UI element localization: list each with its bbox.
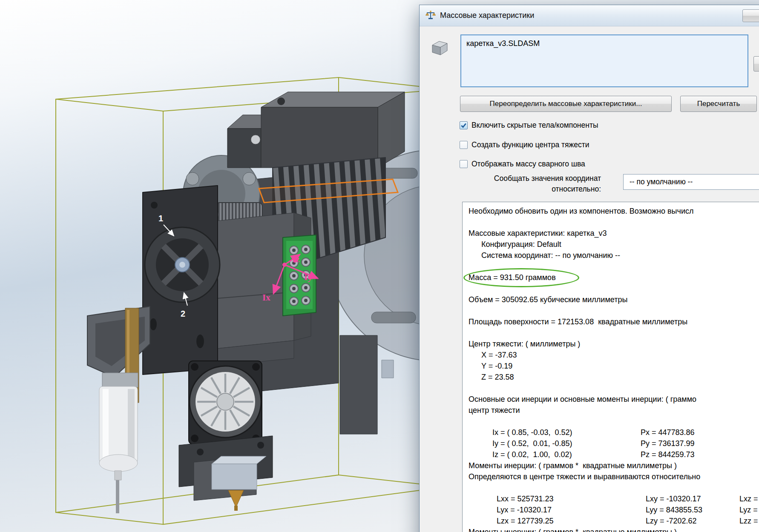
axis-label-iy: Iy <box>304 272 312 282</box>
inertia-lzy: Lzy = -7202.62 <box>646 515 739 526</box>
result-principal-axis-x: Ix = ( 0.85, -0.03, 0.52)Px = 447783.86 <box>469 416 759 427</box>
mass-properties-icon <box>426 10 436 22</box>
report-coords-label-line1: Сообщать значения координат <box>437 173 601 184</box>
spacer <box>469 283 759 294</box>
result-moments-note: Определяются в центре тяжести и выравнив… <box>469 471 759 482</box>
side-panel <box>340 335 377 434</box>
result-moments-header: Моменты инерции: ( граммов * квадратные … <box>469 460 759 471</box>
top-block-hole <box>277 97 285 105</box>
side-clip <box>382 360 394 378</box>
field-side-button-fragment[interactable] <box>753 56 759 72</box>
axis-moment-y: Py = 736137.99 <box>641 439 695 448</box>
axis-moment-z: Pz = 844259.73 <box>641 450 695 459</box>
report-coords-label-line2: относительно: <box>437 184 601 194</box>
recalculate-button[interactable]: Пересчитать <box>680 96 757 112</box>
checkbox-row-weld-mass[interactable]: Отображать массу сварного шва <box>460 159 585 169</box>
result-coordinate-system: Система координат: -- по умолчанию -- <box>469 250 759 261</box>
result-mass: Масса = 931.50 граммов <box>469 272 759 283</box>
result-surface-area: Площадь поверхности = 172153.08 квадратн… <box>469 316 759 327</box>
screenshot-root: { "window": { "title": "Массовые характе… <box>0 0 759 532</box>
spacer <box>469 305 759 316</box>
part-icon <box>430 39 449 57</box>
result-moments-header-2: Моменты инерции: ( граммов * квадратные … <box>469 526 759 532</box>
close-button-fragment[interactable] <box>742 9 759 22</box>
plate-slot-2 <box>150 318 157 330</box>
nozzle <box>228 490 244 507</box>
coordinate-system-dropdown[interactable]: -- по умолчанию -- <box>623 174 759 190</box>
heater-block-top <box>212 456 266 464</box>
spacer <box>469 217 759 228</box>
nozzle-tip <box>234 506 238 511</box>
plate-hub-center <box>179 262 185 268</box>
inertia-lyx: Lyx = -10320.17 <box>497 504 646 515</box>
fan-hub <box>217 393 234 410</box>
bolt-right <box>243 172 256 185</box>
step-block-front <box>227 129 261 168</box>
axis-moment-x: Px = 447783.86 <box>641 428 695 437</box>
heater-block <box>212 464 257 489</box>
top-block-front-face <box>261 107 378 168</box>
checkbox-show-weld-mass[interactable] <box>460 160 468 168</box>
report-coords-label: Сообщать значения координат относительно… <box>437 173 601 194</box>
spacer <box>469 327 759 338</box>
plate-hole <box>151 202 158 209</box>
dialog-titlebar[interactable]: Массовые характеристики <box>420 5 759 26</box>
canister-rod <box>116 480 119 513</box>
callout-2: 2 <box>181 309 185 318</box>
canister-shade <box>128 389 135 460</box>
inertia-lzz: Lzz = 658 <box>739 517 759 525</box>
checkbox-label-include-hidden: Включить скрытые тела/компоненты <box>472 121 598 130</box>
result-principal-axes-header: Основные оси инерции и основные моменты … <box>469 394 759 405</box>
canister-dome <box>99 455 138 472</box>
result-cog-header: Центр тяжести: ( миллиметры ) <box>469 338 759 349</box>
checkbox-create-cog-feature[interactable] <box>460 141 468 149</box>
result-configuration: Конфигурация: Default <box>469 239 759 250</box>
checkbox-label-weld-mass: Отображать массу сварного шва <box>472 160 585 169</box>
checkbox-include-hidden-bodies[interactable] <box>460 121 468 129</box>
result-principal-axes-header-wrap: центр тяжести <box>469 405 759 416</box>
inertia-lxy: Lxy = -10320.17 <box>646 493 739 504</box>
dialog-title: Массовые характеристики <box>440 11 534 20</box>
inertia-lyy: Lyy = 843855.53 <box>646 504 739 515</box>
override-mass-props-button[interactable]: Переопределить массовые характеристики..… <box>460 96 672 112</box>
canister-mount <box>102 373 138 387</box>
spacer <box>469 261 759 272</box>
results-panel[interactable]: Необходимо обновить один из компонентов.… <box>462 202 759 532</box>
axis-vector-y: Iy = ( 0.52, 0.01, -0.85) <box>492 438 641 449</box>
result-header: Массовые характеристики: каретка_v3 <box>469 228 759 239</box>
axis-label-ix: Ix <box>262 292 270 303</box>
canister-highlight <box>103 389 109 460</box>
checkbox-row-include-hidden[interactable]: Включить скрытые тела/компоненты <box>460 120 598 130</box>
inertia-lzx: Lzx = 127739.25 <box>497 515 646 526</box>
result-warning: Необходимо обновить один из компонентов.… <box>469 206 759 217</box>
axis-vector-x: Ix = ( 0.85, -0.03, 0.52) <box>492 427 641 438</box>
result-cog-y: Y = -0.19 <box>469 360 759 372</box>
bolt-left <box>186 172 199 185</box>
checkbox-label-create-cog: Создать функцию центра тяжести <box>472 140 589 149</box>
coordinate-system-value: -- по умолчанию -- <box>630 177 693 186</box>
result-inertia-row-1: Lxx = 525731.23Lxy = -10320.17Lxz = 127 <box>469 482 759 493</box>
inertia-lxx: Lxx = 525731.23 <box>497 493 646 504</box>
bottom-bolt-1 <box>197 449 204 455</box>
step-block-hole <box>251 135 260 144</box>
result-volume: Объем = 305092.65 кубические миллиметры <box>469 294 759 305</box>
mid-body-front <box>213 213 294 349</box>
axis-vector-z: Iz = ( 0.02, 1.00, 0.02) <box>492 449 641 460</box>
spacer <box>469 383 759 394</box>
result-cog-x: X = -37.63 <box>469 349 759 360</box>
checkbox-row-create-cog[interactable]: Создать функцию центра тяжести <box>460 140 589 150</box>
axis-label-iz: Iz <box>292 254 300 264</box>
result-cog-z: Z = 23.58 <box>469 372 759 383</box>
bottom-bolt-2 <box>257 442 264 449</box>
document-name-field[interactable]: каретка_v3.SLDASM <box>460 34 748 87</box>
inertia-lxz: Lxz = 127 <box>739 495 759 503</box>
inertia-lyz: Lyz = -720 <box>739 506 759 514</box>
shaft-rod-bottom <box>371 312 416 323</box>
mass-properties-dialog: Массовые характеристики каретка_v3.SLDAS… <box>419 5 759 532</box>
canister-nipple <box>115 471 121 480</box>
callout-1: 1 <box>158 214 163 223</box>
plate-slot-1 <box>196 335 204 348</box>
